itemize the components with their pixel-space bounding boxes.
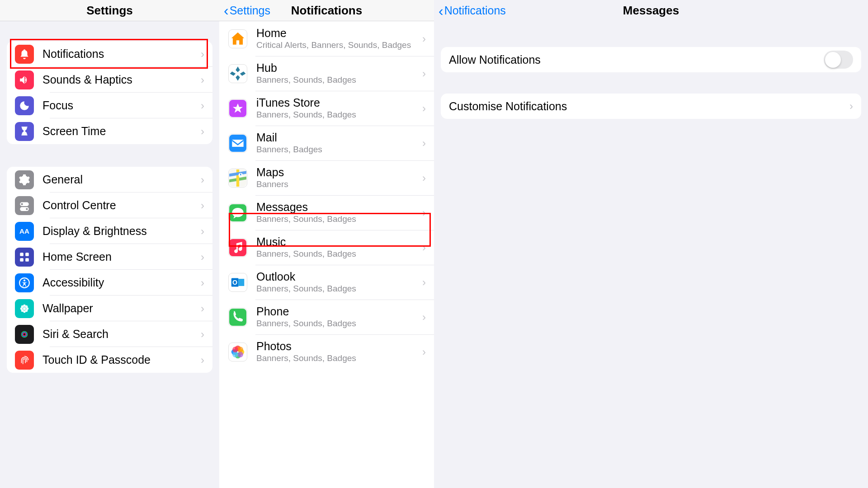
chevron-right-icon: › (422, 67, 426, 80)
back-label: Notifications (444, 4, 506, 17)
chevron-right-icon: › (201, 99, 204, 112)
settings-row-home-screen[interactable]: Home Screen› (7, 244, 212, 270)
back-label: Settings (230, 4, 270, 17)
chevron-right-icon: › (201, 125, 204, 138)
chevron-right-icon: › (422, 33, 426, 45)
app-row-sublabel: Banners, Badges (256, 144, 422, 155)
chevron-right-icon: › (422, 102, 426, 115)
chevron-right-icon: › (201, 302, 204, 315)
app-row-sublabel: Banners, Sounds, Badges (256, 249, 422, 260)
app-row-outlook[interactable]: OutlookBanners, Sounds, Badges› (219, 265, 434, 300)
gear-icon (15, 170, 34, 189)
settings-row-touch-id-passcode[interactable]: Touch ID & Passcode› (7, 347, 212, 373)
switches-icon (15, 196, 34, 215)
settings-row-label: Notifications (42, 47, 201, 61)
chevron-right-icon: › (422, 241, 426, 254)
app-row-label: Music (256, 235, 422, 249)
maps-icon (228, 169, 247, 188)
chevron-right-icon: › (201, 74, 204, 86)
chevron-right-icon: › (422, 346, 426, 358)
moon-icon (15, 96, 34, 115)
page-title-settings: Settings (86, 4, 133, 18)
hub-icon (228, 64, 247, 83)
app-row-phone[interactable]: PhoneBanners, Sounds, Badges› (219, 300, 434, 334)
photos-icon (228, 343, 247, 361)
grid4-icon (15, 248, 34, 267)
page-title-notifications: Notifications (291, 4, 362, 18)
settings-row-label: Home Screen (42, 250, 201, 263)
settings-row-siri-search[interactable]: Siri & Search› (7, 321, 212, 347)
settings-header: Settings (0, 0, 219, 21)
settings-row-focus[interactable]: Focus› (7, 93, 212, 118)
phone-icon (228, 308, 247, 327)
toggle-knob (825, 52, 841, 68)
page-title-messages: Messages (623, 4, 679, 18)
settings-row-wallpaper[interactable]: Wallpaper› (7, 296, 212, 321)
app-row-label: Mail (256, 131, 422, 144)
app-row-sublabel: Banners, Sounds, Badges (256, 353, 422, 364)
chevron-right-icon: › (422, 206, 426, 219)
app-row-mail[interactable]: MailBanners, Badges› (219, 126, 434, 160)
settings-row-label: Siri & Search (42, 328, 201, 341)
back-to-notifications[interactable]: ‹ Notifications (439, 4, 506, 18)
music-icon (228, 238, 247, 257)
app-row-maps[interactable]: MapsBanners› (219, 160, 434, 195)
app-row-music[interactable]: MusicBanners, Sounds, Badges› (219, 230, 434, 265)
app-row-sublabel: Banners, Sounds, Badges (256, 214, 422, 225)
settings-row-label: Sounds & Haptics (42, 73, 201, 86)
chevron-right-icon: › (422, 137, 426, 150)
app-row-messages[interactable]: MessagesBanners, Sounds, Badges› (219, 195, 434, 230)
settings-row-label: Screen Time (42, 125, 201, 138)
app-row-label: Photos (256, 339, 422, 353)
notifications-header: ‹ Settings Notifications (219, 0, 434, 21)
app-row-label: Outlook (256, 270, 422, 283)
app-row-label: iTunes Store (256, 96, 422, 109)
star-icon (228, 99, 247, 118)
chevron-right-icon: › (422, 172, 426, 184)
outlook-icon (228, 273, 247, 292)
chevron-right-icon: › (201, 328, 204, 341)
chevron-right-icon: › (849, 100, 853, 113)
customise-notifications-label: Customise Notifications (449, 100, 849, 113)
flower-icon (15, 299, 34, 318)
app-row-label: Hub (256, 61, 422, 75)
customise-notifications-row[interactable]: Customise Notifications › (441, 94, 861, 119)
app-row-photos[interactable]: PhotosBanners, Sounds, Badges› (219, 334, 434, 369)
app-row-label: Messages (256, 200, 422, 214)
settings-row-screen-time[interactable]: Screen Time› (7, 118, 212, 144)
chevron-right-icon: › (201, 251, 204, 263)
settings-row-label: General (42, 173, 201, 186)
settings-row-sounds-haptics[interactable]: Sounds & Haptics› (7, 67, 212, 93)
allow-notifications-label: Allow Notifications (449, 53, 824, 66)
app-row-home[interactable]: HomeCritical Alerts, Banners, Sounds, Ba… (219, 21, 434, 56)
fingerprint-icon (15, 351, 34, 370)
settings-row-general[interactable]: General› (7, 167, 212, 192)
app-row-hub[interactable]: HubBanners, Sounds, Badges› (219, 56, 434, 91)
settings-row-label: Display & Brightness (42, 225, 201, 238)
app-row-sublabel: Banners, Sounds, Badges (256, 109, 422, 121)
app-row-itunes-store[interactable]: iTunes StoreBanners, Sounds, Badges› (219, 91, 434, 126)
settings-row-label: Touch ID & Passcode (42, 353, 201, 366)
app-row-label: Home (256, 26, 422, 40)
settings-row-label: Focus (42, 99, 201, 112)
app-row-label: Phone (256, 305, 422, 318)
app-row-sublabel: Critical Alerts, Banners, Sounds, Badges (256, 40, 422, 51)
allow-notifications-toggle[interactable] (824, 51, 853, 69)
settings-row-display-brightness[interactable]: Display & Brightness› (7, 218, 212, 244)
hourglass-icon (15, 122, 34, 141)
speaker-icon (15, 70, 34, 89)
chevron-right-icon: › (422, 311, 426, 324)
back-to-settings[interactable]: ‹ Settings (224, 3, 270, 18)
messages-icon (228, 203, 247, 222)
settings-row-control-centre[interactable]: Control Centre› (7, 192, 212, 218)
settings-row-notifications[interactable]: Notifications› (7, 41, 212, 67)
app-row-label: Maps (256, 165, 422, 179)
aa-icon (15, 222, 34, 241)
chevron-right-icon: › (201, 48, 204, 61)
settings-row-label: Control Centre (42, 199, 201, 212)
chevron-right-icon: › (201, 225, 204, 238)
chevron-right-icon: › (201, 277, 204, 289)
home-icon (228, 29, 247, 48)
app-row-sublabel: Banners, Sounds, Badges (256, 75, 422, 86)
settings-row-accessibility[interactable]: Accessibility› (7, 270, 212, 296)
